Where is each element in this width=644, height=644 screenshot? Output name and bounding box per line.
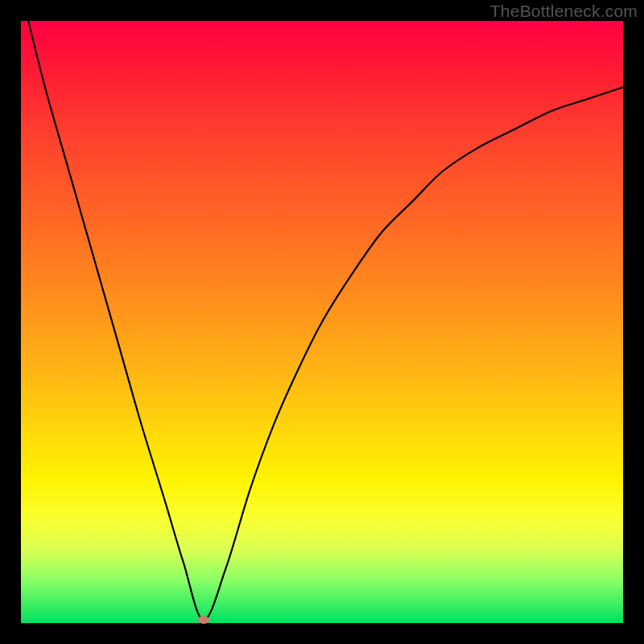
watermark-text: TheBottleneck.com [490,2,638,21]
plot-area [21,21,623,623]
bottleneck-curve [21,21,623,623]
chart-frame: TheBottleneck.com [0,0,644,644]
optimal-marker [198,616,209,624]
curve-path [21,21,623,620]
